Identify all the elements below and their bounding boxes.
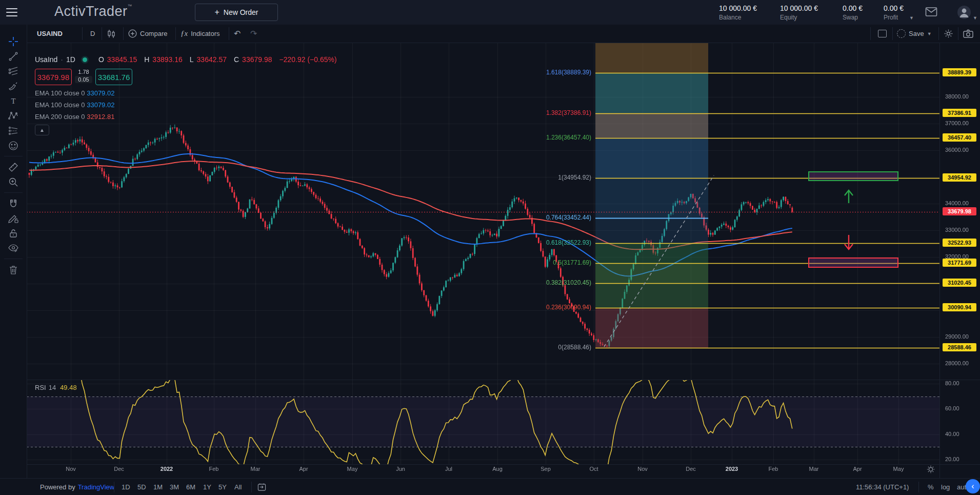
compare-button[interactable]: Compare xyxy=(128,25,167,43)
fib-level-label[interactable]: 0.764(33452.44) xyxy=(546,214,591,221)
text-tool-icon[interactable]: T xyxy=(4,93,23,108)
lock-icon[interactable] xyxy=(4,226,23,241)
range-1d-button[interactable]: 1D xyxy=(122,479,130,495)
price-axis-label: 33000.00 xyxy=(945,227,969,233)
high-value: 33893.16 xyxy=(152,55,182,64)
low-key: L xyxy=(190,55,194,64)
range-5d-button[interactable]: 5D xyxy=(137,479,146,495)
time-axis-label[interactable]: Nov xyxy=(637,466,648,472)
time-axis-label[interactable]: Apr xyxy=(853,466,862,472)
save-button[interactable]: Save ▼ xyxy=(897,25,932,43)
sell-price-button[interactable]: 33679.98 xyxy=(35,69,72,85)
price-axis-label: 38000.00 xyxy=(945,93,969,100)
time-axis-label[interactable]: Feb xyxy=(769,466,778,472)
ema200-value: 32912.81 xyxy=(87,113,114,121)
zoom-in-icon[interactable] xyxy=(4,174,23,189)
collapse-panel-button[interactable]: ‹ xyxy=(966,479,980,493)
rsi-value: 49.48 xyxy=(60,384,77,391)
rsi-legend[interactable]: RSI1449.48 xyxy=(35,384,77,391)
fib-level-label[interactable]: 0.618(32522.93) xyxy=(546,239,591,246)
xabcd-pattern-icon[interactable] xyxy=(4,108,23,123)
symbol-button[interactable]: USAIND xyxy=(37,25,63,43)
ema100-legend-row[interactable]: EMA 100 close 0 33079.02 xyxy=(35,89,337,97)
range-1m-button[interactable]: 1M xyxy=(153,479,163,495)
fib-level-label[interactable]: 0.5(31771.69) xyxy=(553,259,591,266)
buy-price-button[interactable]: 33681.76 xyxy=(95,69,132,85)
time-axis-label[interactable]: Jun xyxy=(396,466,405,472)
time-axis-settings-icon[interactable] xyxy=(926,465,935,474)
range-all-button[interactable]: All xyxy=(234,479,242,495)
range-1y-button[interactable]: 1Y xyxy=(203,479,211,495)
time-axis-label[interactable]: Feb xyxy=(209,466,219,472)
menu-icon[interactable] xyxy=(6,8,17,16)
top-header: ActivTrader™ +New Order 10 000.00 € Bala… xyxy=(0,0,980,25)
fib-level-label[interactable]: 1.236(36457.40) xyxy=(546,134,591,141)
layout-icon xyxy=(878,30,887,37)
time-axis-label[interactable]: Nov xyxy=(66,466,76,472)
log-scale-button[interactable]: log xyxy=(941,479,950,495)
time-axis-label[interactable]: May xyxy=(347,466,358,472)
fib-level-label[interactable]: 0.236(30090.94) xyxy=(546,304,591,311)
range-6m-button[interactable]: 6M xyxy=(186,479,195,495)
time-axis-label[interactable]: Apr xyxy=(299,466,308,472)
trash-icon[interactable] xyxy=(4,262,23,277)
percent-scale-button[interactable]: % xyxy=(928,479,934,495)
interval-button[interactable]: D xyxy=(90,25,95,43)
redo-button[interactable]: ↷ xyxy=(250,25,257,43)
fib-level-label[interactable]: 1.618(38889.39) xyxy=(546,69,591,76)
mail-icon[interactable] xyxy=(925,7,937,17)
fib-level-label[interactable]: 0(28588.46) xyxy=(558,344,591,351)
rsi-axis-label: 60.00 xyxy=(945,405,959,411)
time-axis-label[interactable]: Oct xyxy=(589,466,598,472)
swap-value: 0.00 € xyxy=(843,4,863,12)
time-axis-label[interactable]: Mar xyxy=(251,466,261,472)
ema100b-legend-row[interactable]: EMA 100 close 0 33079.02 xyxy=(35,101,337,109)
fx-icon: ƒx xyxy=(181,29,188,38)
fib-level-label[interactable]: 1(34954.92) xyxy=(558,174,591,181)
layout-button[interactable] xyxy=(878,25,887,43)
magnet-icon[interactable] xyxy=(4,196,23,211)
time-axis-label[interactable]: Dec xyxy=(114,466,124,472)
hide-eye-icon[interactable] xyxy=(4,241,23,255)
drawing-lock-icon[interactable] xyxy=(4,211,23,226)
time-axis-label[interactable]: 2023 xyxy=(726,466,738,472)
fib-fork-icon[interactable] xyxy=(4,64,23,78)
fib-level-label[interactable]: 0.382(31020.45) xyxy=(546,279,591,286)
avatar-icon[interactable] xyxy=(957,5,971,19)
account-dropdown-caret-icon[interactable]: ▼ xyxy=(909,15,914,21)
fib-level-label[interactable]: 1.382(37386.91) xyxy=(546,109,591,116)
brush-icon[interactable] xyxy=(4,78,23,93)
time-axis-label[interactable]: 2022 xyxy=(161,466,173,472)
go-to-date-button[interactable] xyxy=(257,479,266,495)
time-axis-label[interactable]: Sep xyxy=(541,466,551,472)
forecast-icon[interactable] xyxy=(4,123,23,138)
ema200-legend-row[interactable]: EMA 200 close 0 32912.81 xyxy=(35,113,337,121)
collapse-legend-button[interactable]: ▲ xyxy=(35,125,49,135)
range-5y-button[interactable]: 5Y xyxy=(218,479,227,495)
trend-line-icon[interactable] xyxy=(4,49,23,64)
camera-button[interactable] xyxy=(963,25,973,43)
user-dropdown-caret-icon[interactable]: ▼ xyxy=(973,15,977,21)
ruler-icon[interactable] xyxy=(4,160,23,174)
legend-symbol[interactable]: UsaInd xyxy=(35,55,57,64)
time-axis-label[interactable]: Aug xyxy=(492,466,503,472)
open-value: 33845.15 xyxy=(107,55,137,64)
chart-style-button[interactable] xyxy=(107,25,116,43)
time-axis-label[interactable]: May xyxy=(893,466,904,472)
time-axis-label[interactable]: Dec xyxy=(686,466,696,472)
range-3m-button[interactable]: 3M xyxy=(170,479,179,495)
time-axis-label[interactable]: Jul xyxy=(445,466,452,472)
price-axis-label: 37000.00 xyxy=(945,120,969,126)
legend-interval[interactable]: 1D xyxy=(66,55,75,64)
settings-button[interactable] xyxy=(944,25,953,43)
cloud-save-icon xyxy=(897,29,906,38)
time-axis-label[interactable]: Mar xyxy=(809,466,819,472)
emoji-icon[interactable] xyxy=(4,138,23,153)
undo-button[interactable]: ↶ xyxy=(234,25,241,43)
tradingview-link[interactable]: TradingView xyxy=(78,483,115,491)
clock[interactable]: 11:56:34 (UTC+1) xyxy=(856,479,909,495)
rsi-axis-label: 20.00 xyxy=(945,456,959,462)
indicators-button[interactable]: ƒx Indicators xyxy=(181,25,220,43)
new-order-button[interactable]: +New Order xyxy=(195,4,278,21)
crosshair-icon[interactable] xyxy=(4,34,23,49)
